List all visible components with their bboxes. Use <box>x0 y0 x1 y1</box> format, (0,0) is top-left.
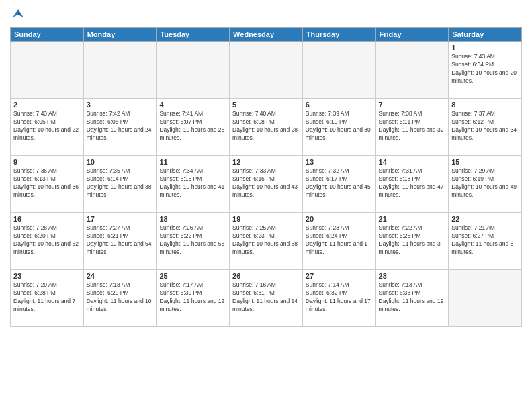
day-info: Sunrise: 7:35 AM Sunset: 6:14 PM Dayligh… <box>87 167 154 199</box>
day-info: Sunrise: 7:40 AM Sunset: 6:08 PM Dayligh… <box>232 110 300 142</box>
calendar: SundayMondayTuesdayWednesdayThursdayFrid… <box>10 27 522 327</box>
day-cell <box>83 42 157 99</box>
day-number: 9 <box>13 158 81 166</box>
day-info: Sunrise: 7:29 AM Sunset: 6:19 PM Dayligh… <box>451 167 519 199</box>
day-number: 6 <box>306 101 373 109</box>
day-cell: 19Sunrise: 7:25 AM Sunset: 6:23 PM Dayli… <box>230 213 303 270</box>
day-cell: 4Sunrise: 7:41 AM Sunset: 6:07 PM Daylig… <box>157 99 230 156</box>
day-number: 7 <box>379 101 446 109</box>
day-cell <box>230 42 303 99</box>
week-row-3: 16Sunrise: 7:28 AM Sunset: 6:20 PM Dayli… <box>11 213 522 270</box>
day-cell: 23Sunrise: 7:20 AM Sunset: 6:28 PM Dayli… <box>11 270 84 327</box>
weekday-tuesday: Tuesday <box>157 28 230 42</box>
day-number: 25 <box>159 272 226 280</box>
day-cell <box>302 42 375 99</box>
week-row-2: 9Sunrise: 7:36 AM Sunset: 6:13 PM Daylig… <box>11 156 522 213</box>
day-cell: 25Sunrise: 7:17 AM Sunset: 6:30 PM Dayli… <box>157 270 230 327</box>
day-info: Sunrise: 7:33 AM Sunset: 6:16 PM Dayligh… <box>232 167 300 199</box>
weekday-saturday: Saturday <box>449 28 522 42</box>
day-info: Sunrise: 7:39 AM Sunset: 6:10 PM Dayligh… <box>306 110 373 142</box>
logo <box>10 7 29 23</box>
day-info: Sunrise: 7:20 AM Sunset: 6:28 PM Dayligh… <box>13 281 81 314</box>
day-cell: 3Sunrise: 7:42 AM Sunset: 6:06 PM Daylig… <box>83 99 157 156</box>
day-cell: 20Sunrise: 7:23 AM Sunset: 6:24 PM Dayli… <box>302 213 375 270</box>
day-info: Sunrise: 7:32 AM Sunset: 6:17 PM Dayligh… <box>306 167 373 199</box>
day-number: 12 <box>232 158 300 166</box>
day-number: 20 <box>306 215 373 223</box>
day-cell: 8Sunrise: 7:37 AM Sunset: 6:12 PM Daylig… <box>449 99 522 156</box>
day-cell: 16Sunrise: 7:28 AM Sunset: 6:20 PM Dayli… <box>11 213 84 270</box>
day-number: 3 <box>87 101 154 109</box>
day-cell <box>157 42 230 99</box>
day-cell: 10Sunrise: 7:35 AM Sunset: 6:14 PM Dayli… <box>83 156 157 213</box>
day-number: 18 <box>159 215 226 223</box>
day-cell: 14Sunrise: 7:31 AM Sunset: 6:18 PM Dayli… <box>375 156 449 213</box>
page: SundayMondayTuesdayWednesdayThursdayFrid… <box>0 0 532 411</box>
week-row-1: 2Sunrise: 7:43 AM Sunset: 6:05 PM Daylig… <box>11 99 522 156</box>
day-cell: 26Sunrise: 7:16 AM Sunset: 6:31 PM Dayli… <box>230 270 303 327</box>
day-info: Sunrise: 7:31 AM Sunset: 6:18 PM Dayligh… <box>379 167 446 199</box>
day-cell: 22Sunrise: 7:21 AM Sunset: 6:27 PM Dayli… <box>449 213 522 270</box>
day-info: Sunrise: 7:21 AM Sunset: 6:27 PM Dayligh… <box>451 224 519 257</box>
week-row-0: 1Sunrise: 7:43 AM Sunset: 6:04 PM Daylig… <box>11 42 522 99</box>
header <box>10 7 522 23</box>
day-info: Sunrise: 7:34 AM Sunset: 6:15 PM Dayligh… <box>159 167 226 199</box>
day-cell: 9Sunrise: 7:36 AM Sunset: 6:13 PM Daylig… <box>11 156 84 213</box>
day-info: Sunrise: 7:42 AM Sunset: 6:06 PM Dayligh… <box>87 110 154 142</box>
day-number: 23 <box>13 272 81 280</box>
day-cell <box>11 42 84 99</box>
day-info: Sunrise: 7:14 AM Sunset: 6:32 PM Dayligh… <box>306 281 373 314</box>
day-number: 4 <box>159 101 226 109</box>
day-info: Sunrise: 7:38 AM Sunset: 6:11 PM Dayligh… <box>379 110 446 142</box>
day-info: Sunrise: 7:43 AM Sunset: 6:05 PM Dayligh… <box>13 110 81 142</box>
day-cell: 28Sunrise: 7:13 AM Sunset: 6:33 PM Dayli… <box>375 270 449 327</box>
day-info: Sunrise: 7:36 AM Sunset: 6:13 PM Dayligh… <box>13 167 81 199</box>
day-number: 22 <box>451 215 519 223</box>
day-info: Sunrise: 7:23 AM Sunset: 6:24 PM Dayligh… <box>306 224 373 257</box>
day-cell: 17Sunrise: 7:27 AM Sunset: 6:21 PM Dayli… <box>83 213 157 270</box>
day-cell: 6Sunrise: 7:39 AM Sunset: 6:10 PM Daylig… <box>302 99 375 156</box>
day-number: 13 <box>306 158 373 166</box>
day-number: 24 <box>87 272 154 280</box>
calendar-header: SundayMondayTuesdayWednesdayThursdayFrid… <box>11 28 522 42</box>
day-cell: 13Sunrise: 7:32 AM Sunset: 6:17 PM Dayli… <box>302 156 375 213</box>
day-number: 26 <box>232 272 300 280</box>
day-cell: 27Sunrise: 7:14 AM Sunset: 6:32 PM Dayli… <box>302 270 375 327</box>
day-number: 19 <box>232 215 300 223</box>
day-number: 10 <box>87 158 154 166</box>
day-info: Sunrise: 7:22 AM Sunset: 6:25 PM Dayligh… <box>379 224 446 257</box>
day-info: Sunrise: 7:18 AM Sunset: 6:29 PM Dayligh… <box>87 281 154 314</box>
day-info: Sunrise: 7:43 AM Sunset: 6:04 PM Dayligh… <box>451 53 519 85</box>
day-cell: 2Sunrise: 7:43 AM Sunset: 6:05 PM Daylig… <box>11 99 84 156</box>
day-cell: 21Sunrise: 7:22 AM Sunset: 6:25 PM Dayli… <box>375 213 449 270</box>
weekday-monday: Monday <box>83 28 157 42</box>
weekday-thursday: Thursday <box>302 28 375 42</box>
day-number: 17 <box>87 215 154 223</box>
day-number: 28 <box>379 272 446 280</box>
day-cell: 1Sunrise: 7:43 AM Sunset: 6:04 PM Daylig… <box>449 42 522 99</box>
day-number: 5 <box>232 101 300 109</box>
day-info: Sunrise: 7:41 AM Sunset: 6:07 PM Dayligh… <box>159 110 226 142</box>
day-number: 27 <box>306 272 373 280</box>
day-number: 2 <box>13 101 81 109</box>
day-number: 21 <box>379 215 446 223</box>
logo-icon <box>10 7 26 23</box>
day-number: 1 <box>451 44 519 52</box>
weekday-header-row: SundayMondayTuesdayWednesdayThursdayFrid… <box>11 28 522 42</box>
day-cell <box>449 270 522 327</box>
weekday-sunday: Sunday <box>11 28 84 42</box>
day-cell: 5Sunrise: 7:40 AM Sunset: 6:08 PM Daylig… <box>230 99 303 156</box>
day-number: 15 <box>451 158 519 166</box>
day-cell: 15Sunrise: 7:29 AM Sunset: 6:19 PM Dayli… <box>449 156 522 213</box>
day-number: 16 <box>13 215 81 223</box>
calendar-body: 1Sunrise: 7:43 AM Sunset: 6:04 PM Daylig… <box>11 42 522 327</box>
day-info: Sunrise: 7:25 AM Sunset: 6:23 PM Dayligh… <box>232 224 300 257</box>
day-cell: 18Sunrise: 7:26 AM Sunset: 6:22 PM Dayli… <box>157 213 230 270</box>
day-info: Sunrise: 7:17 AM Sunset: 6:30 PM Dayligh… <box>159 281 226 314</box>
weekday-friday: Friday <box>375 28 449 42</box>
day-info: Sunrise: 7:28 AM Sunset: 6:20 PM Dayligh… <box>13 224 81 257</box>
day-info: Sunrise: 7:37 AM Sunset: 6:12 PM Dayligh… <box>451 110 519 142</box>
day-number: 8 <box>451 101 519 109</box>
day-info: Sunrise: 7:13 AM Sunset: 6:33 PM Dayligh… <box>379 281 446 314</box>
day-cell: 24Sunrise: 7:18 AM Sunset: 6:29 PM Dayli… <box>83 270 157 327</box>
